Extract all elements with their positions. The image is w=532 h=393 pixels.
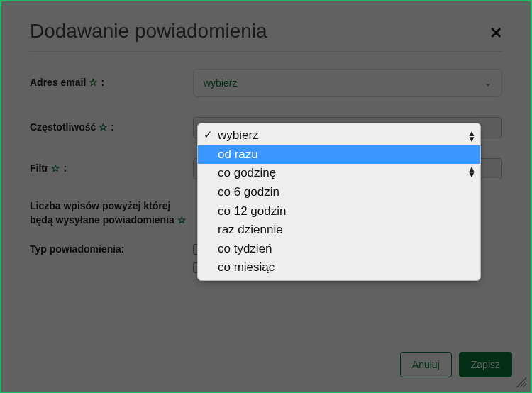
star-icon: ☆ — [51, 162, 60, 176]
close-icon[interactable]: ✕ — [489, 24, 502, 43]
frequency-option[interactable]: co godzinę — [198, 164, 480, 183]
save-button[interactable]: Zapisz — [459, 352, 512, 377]
frequency-label: Częstotliwość ☆ : — [30, 121, 193, 135]
email-select-value: wybierz — [204, 77, 237, 89]
resize-grip-icon[interactable] — [516, 377, 526, 387]
frequency-option[interactable]: raz dziennie — [198, 221, 480, 240]
email-select[interactable]: wybierz ⌄ — [193, 69, 502, 97]
frequency-option[interactable]: co 12 godzin — [198, 202, 480, 221]
modal-title: Dodawanie powiadomienia — [30, 20, 502, 52]
chevron-down-icon: ⌄ — [484, 78, 492, 88]
frequency-option[interactable]: od razu — [198, 145, 480, 165]
star-icon: ☆ — [177, 214, 187, 226]
frequency-option[interactable]: co 6 godzin — [198, 183, 480, 202]
frequency-dropdown-menu[interactable]: ▲▼ ▲▼ wybierzod razuco godzinęco 6 godzi… — [197, 123, 481, 281]
email-label: Adres email ☆ : — [30, 76, 193, 90]
cancel-button[interactable]: Anuluj — [400, 352, 452, 377]
type-label: Typ powiadomienia: — [30, 243, 193, 257]
star-icon: ☆ — [99, 121, 108, 135]
threshold-label: Liczba wpisów powyżej której będą wysyła… — [30, 199, 214, 227]
filter-label: Filtr ☆ : — [30, 162, 193, 176]
star-icon: ☆ — [89, 76, 98, 90]
frequency-option[interactable]: co miesiąc — [198, 258, 480, 277]
frequency-option[interactable]: co tydzień — [198, 240, 480, 259]
frequency-option[interactable]: wybierz — [198, 126, 480, 145]
